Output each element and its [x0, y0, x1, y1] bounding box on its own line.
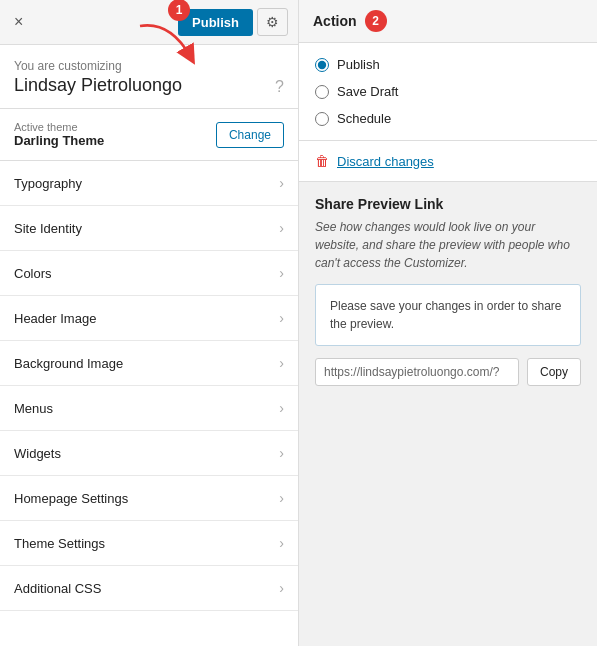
badge-1: 1 — [168, 0, 190, 21]
nav-item-background-image[interactable]: Background Image› — [0, 341, 298, 386]
nav-item-label: Header Image — [14, 311, 96, 326]
share-url-input[interactable] — [315, 358, 519, 386]
nav-item-label: Theme Settings — [14, 536, 105, 551]
chevron-right-icon: › — [279, 355, 284, 371]
action-panel: PublishSave DraftSchedule — [299, 43, 597, 141]
nav-item-label: Widgets — [14, 446, 61, 461]
chevron-right-icon: › — [279, 265, 284, 281]
radio-label-draft: Save Draft — [337, 84, 398, 99]
nav-item-header-image[interactable]: Header Image› — [0, 296, 298, 341]
radio-item-publish[interactable]: Publish — [315, 57, 581, 72]
chevron-right-icon: › — [279, 490, 284, 506]
nav-item-widgets[interactable]: Widgets› — [0, 431, 298, 476]
share-notice: Please save your changes in order to sha… — [315, 284, 581, 346]
nav-item-colors[interactable]: Colors› — [0, 251, 298, 296]
radio-publish[interactable] — [315, 58, 329, 72]
nav-item-theme-settings[interactable]: Theme Settings› — [0, 521, 298, 566]
share-description: See how changes would look live on your … — [315, 218, 581, 272]
right-panel: Action 2 PublishSave DraftSchedule 🗑 Dis… — [299, 0, 597, 646]
discard-section: 🗑 Discard changes — [299, 141, 597, 182]
chevron-right-icon: › — [279, 175, 284, 191]
nav-item-menus[interactable]: Menus› — [0, 386, 298, 431]
nav-item-label: Typography — [14, 176, 82, 191]
chevron-right-icon: › — [279, 310, 284, 326]
active-theme-label: Active theme — [14, 121, 104, 133]
copy-button[interactable]: Copy — [527, 358, 581, 386]
share-url-row: Copy — [315, 358, 581, 386]
radio-group: PublishSave DraftSchedule — [315, 57, 581, 126]
theme-section: Active theme Darling Theme Change — [0, 109, 298, 161]
nav-item-label: Additional CSS — [14, 581, 101, 596]
nav-list: Typography›Site Identity›Colors›Header I… — [0, 161, 298, 646]
radio-item-draft[interactable]: Save Draft — [315, 84, 581, 99]
help-icon[interactable]: ? — [275, 78, 284, 96]
top-bar-left: Publish 1 ⚙ — [35, 8, 288, 36]
nav-item-label: Background Image — [14, 356, 123, 371]
settings-button[interactable]: ⚙ — [257, 8, 288, 36]
active-theme-name: Darling Theme — [14, 133, 104, 148]
nav-item-label: Menus — [14, 401, 53, 416]
chevron-right-icon: › — [279, 580, 284, 596]
radio-item-schedule[interactable]: Schedule — [315, 111, 581, 126]
customizing-section: You are customizing Lindsay Pietroluongo… — [0, 45, 298, 109]
chevron-right-icon: › — [279, 535, 284, 551]
radio-label-schedule: Schedule — [337, 111, 391, 126]
gear-icon: ⚙ — [266, 14, 279, 30]
share-section: Share Preview Link See how changes would… — [299, 182, 597, 400]
chevron-right-icon: › — [279, 400, 284, 416]
nav-item-homepage-settings[interactable]: Homepage Settings› — [0, 476, 298, 521]
nav-item-additional-css[interactable]: Additional CSS› — [0, 566, 298, 611]
radio-label-publish: Publish — [337, 57, 380, 72]
left-panel: × Publish 1 ⚙ You are customizing Lindsa… — [0, 0, 299, 646]
right-top-bar: Action 2 — [299, 0, 597, 43]
trash-icon: 🗑 — [315, 153, 329, 169]
customizing-label: You are customizing — [14, 59, 284, 73]
radio-draft[interactable] — [315, 85, 329, 99]
site-name: Lindsay Pietroluongo — [14, 75, 284, 96]
nav-item-site-identity[interactable]: Site Identity› — [0, 206, 298, 251]
top-bar: × Publish 1 ⚙ — [0, 0, 298, 45]
chevron-right-icon: › — [279, 220, 284, 236]
nav-item-typography[interactable]: Typography› — [0, 161, 298, 206]
close-button[interactable]: × — [10, 9, 27, 35]
nav-item-label: Site Identity — [14, 221, 82, 236]
badge-2: 2 — [365, 10, 387, 32]
radio-schedule[interactable] — [315, 112, 329, 126]
chevron-right-icon: › — [279, 445, 284, 461]
action-title: Action — [313, 13, 357, 29]
discard-link[interactable]: Discard changes — [337, 154, 434, 169]
share-title: Share Preview Link — [315, 196, 581, 212]
change-theme-button[interactable]: Change — [216, 122, 284, 148]
nav-item-label: Colors — [14, 266, 52, 281]
nav-item-label: Homepage Settings — [14, 491, 128, 506]
